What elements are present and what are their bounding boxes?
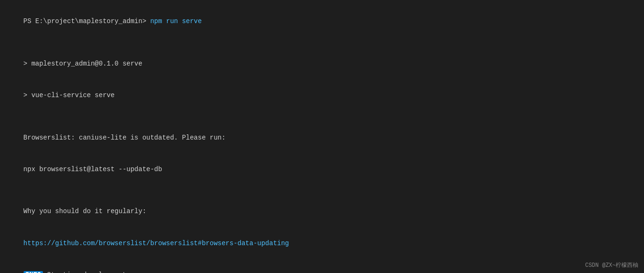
terminal-line-3: > maplestory_admin@0.1.0 serve: [8, 48, 636, 80]
url-link[interactable]: https://github.com/browserslist/browsers…: [24, 240, 289, 247]
terminal-line-7: npx browserslist@latest --update-db: [8, 153, 636, 185]
terminal-line-4: > vue-cli-service serve: [8, 80, 636, 111]
prompt-prefix: PS E:\project\maplestory_admin>: [24, 17, 151, 25]
terminal-line-9: Why you should do it regularly:: [8, 196, 636, 227]
npx-command: npx browserslist@latest --update-db: [24, 165, 162, 173]
empty-line-3: [8, 185, 636, 196]
terminal-command: npm run serve: [150, 17, 201, 25]
output-text: > maplestory_admin@0.1.0 serve: [24, 60, 142, 67]
terminal-line-11: INFO Starting development server...: [8, 259, 636, 273]
empty-line-1: [8, 37, 636, 48]
browserslist-text: Browserslist: caniuse-lite is outdated. …: [24, 134, 226, 141]
output-text-2: > vue-cli-service serve: [24, 91, 115, 99]
info-text: Starting development server...: [43, 271, 166, 273]
terminal-line-1: PS E:\project\maplestory_admin> npm run …: [8, 6, 636, 37]
watermark: CSDN @ZX~柠檬西柚: [585, 261, 638, 269]
empty-line-2: [8, 111, 636, 122]
why-text: Why you should do it regularly:: [24, 207, 146, 215]
terminal-line-6: Browserslist: caniuse-lite is outdated. …: [8, 122, 636, 153]
terminal-window: PS E:\project\maplestory_admin> npm run …: [0, 0, 644, 273]
info-badge: INFO: [24, 271, 43, 273]
terminal-line-10: https://github.com/browserslist/browsers…: [8, 227, 636, 259]
